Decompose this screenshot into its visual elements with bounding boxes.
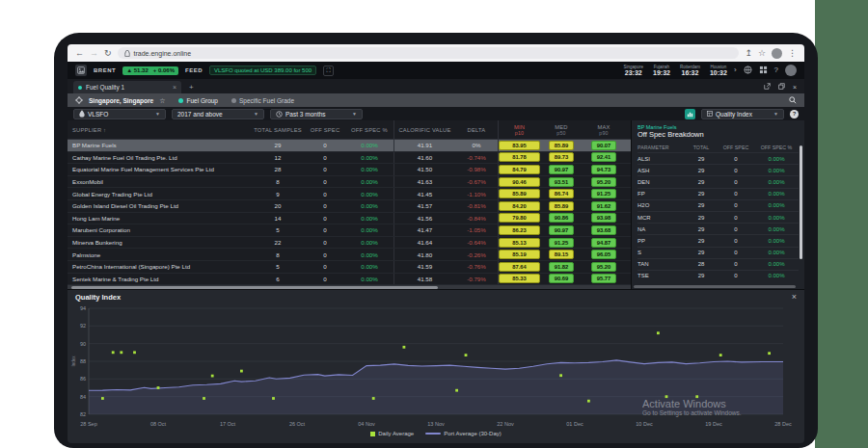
breakdown-row[interactable]: FP2900.00% [637,188,799,199]
tab-fuel-quality-1[interactable]: Fuel Quality 1 × [73,81,181,93]
breakdown-row[interactable]: H2O2900.00% [637,199,799,211]
radio-specific-fuel-grade[interactable]: Specific Fuel Grade [231,97,294,104]
globe-icon[interactable] [744,66,752,76]
browser-menu-icon[interactable]: ⋮ [788,49,797,58]
bd-header-total[interactable]: TOTAL [686,145,717,150]
breakdown-row[interactable]: MCR2900.00% [637,211,799,223]
delta-cell: -0.74% [455,154,498,161]
fuel-select[interactable]: VLSFO ▼ [73,109,166,119]
total-cell: 29 [686,215,717,221]
bd-header-off-spec[interactable]: OFF SPEC [717,145,755,150]
close-icon[interactable]: × [793,84,797,91]
tab-close-icon[interactable]: × [173,84,176,91]
breakdown-row[interactable]: NA2900.00% [637,223,799,234]
breakdown-row[interactable]: TAN2800.00% [637,258,799,270]
brent-ticker-badge[interactable]: ▲ 51.32 + 0.06% [122,66,178,75]
table-row[interactable]: Sentek Marine & Trading Pte Ltd600.00%41… [68,274,631,286]
table-row[interactable]: Marubeni Corporation500.00%41.47-1.05%86… [68,224,631,237]
feed-ticker-badge[interactable]: VLSFO quoted at USD 389.00 for 500 [209,66,316,75]
delta-cell: -0.76% [455,263,498,270]
parameter-cell: PP [637,238,686,244]
breakdown-row[interactable]: TSE2900.00% [637,270,799,281]
search-icon[interactable] [789,96,797,104]
panel-horizontal-scrollbar[interactable] [634,285,796,288]
bd-header-off-spec-pct[interactable]: OFF SPEC % [755,145,798,150]
breakdown-row[interactable]: DEN2900.00% [637,175,799,187]
chevron-right-icon[interactable]: › [734,66,737,74]
table-row[interactable]: BP Marine Fuels2900.00%41.910%83.9585.89… [68,140,631,152]
table-row[interactable]: PetroChina International (Singapore) Pte… [68,261,631,274]
info-help-icon[interactable]: ? [790,110,799,119]
tab-bar: Fuel Quality 1 × + × [68,79,804,93]
table-row[interactable]: ExxonMobil800.00%41.63-0.67%90.4693.5195… [68,176,631,189]
total-samples-cell: 14 [251,215,305,222]
period-select[interactable]: Past 3 months ▼ [270,109,363,119]
header-med-p50[interactable]: MEDp50 [540,124,583,136]
off-spec-pct-cell: 0.00% [345,166,393,172]
med-badge: 91.25 [549,238,574,248]
bd-header-parameter[interactable]: PARAMETER [637,145,686,150]
forward-icon[interactable]: → [90,49,98,58]
breakdown-row[interactable]: ALSI2900.00% [637,152,799,164]
table-row[interactable]: Minerva Bunkering2200.00%41.64-0.64%85.1… [68,237,631,250]
header-max-p90[interactable]: MAXp90 [583,124,625,136]
popout-icon[interactable] [764,83,771,91]
chart-toggle-icon[interactable] [685,109,695,119]
med-badge: 85.89 [549,141,574,150]
header-supplier[interactable]: SUPPLIER ↑ [68,127,251,133]
bookmark-star-icon[interactable]: ☆ [758,49,766,58]
app-logo-icon[interactable] [75,65,87,76]
apps-grid-icon[interactable] [759,66,768,76]
back-icon[interactable]: ← [75,49,84,58]
table-row[interactable]: Palmstone800.00%41.80-0.26%85.1989.1596.… [68,249,631,261]
calorific-value-cell: 41.58 [393,274,455,285]
legend-daily-average[interactable]: Daily Average [370,431,414,436]
panel-vertical-scrollbar[interactable] [800,145,802,259]
header-off-spec[interactable]: OFF SPEC [305,127,345,133]
calorific-value-cell: 41.64 [393,237,455,249]
med-cell: 90.97 [540,165,583,174]
off-spec-cell: 0 [305,215,345,222]
legend-port-average[interactable]: Port Average (30-Day) [425,431,502,436]
supplier-cell: Golden Island Diesel Oil Trading Pte Ltd [68,202,251,209]
max-cell: 92.41 [583,152,625,162]
header-min-p10[interactable]: MINp10 [498,120,540,139]
table-row[interactable]: Cathay Marine Fuel Oil Trading Pte. Ltd1… [68,152,631,165]
off-spec-cell: 0 [717,179,755,185]
table-row[interactable]: Equatorial Marine Fuel Management Servic… [68,164,631,176]
header-calorific[interactable]: CALORIFIC VALUE [393,120,455,139]
address-bar[interactable]: trade.engine.online [118,47,740,59]
delta-cell: -0.98% [455,166,498,172]
off-spec-cell: 0 [305,226,345,233]
new-tab-button[interactable]: + [189,84,194,93]
breakdown-row[interactable]: PP2900.00% [637,234,799,246]
location-label[interactable]: Singapore, Singapore [89,97,153,104]
table-row[interactable]: Golden Island Diesel Oil Trading Pte Ltd… [68,200,631,213]
breakdown-row[interactable]: ASH2900.00% [637,164,799,175]
total-cell: 29 [686,202,717,208]
share-icon[interactable]: ↥ [745,49,752,58]
year-select[interactable]: 2017 and above ▼ [172,109,264,119]
metric-select[interactable]: Quality Index ▼ [701,109,784,119]
off-spec-cell: 0 [717,273,755,278]
screen: ← → ↻ trade.engine.online ↥ ☆ ⋮ BRENT [68,44,804,443]
header-off-spec-pct[interactable]: OFF SPEC % [345,127,393,133]
table-row[interactable]: Hong Lam Marine1400.00%41.56-0.84%79.809… [68,213,631,225]
off-spec-pct-cell: 0.00% [755,179,798,185]
feed-expand-icon[interactable]: ⛶ [323,66,334,76]
min-badge: 85.13 [499,238,540,248]
help-icon[interactable]: ? [774,66,778,74]
user-avatar[interactable] [785,65,797,76]
header-total-samples[interactable]: TOTAL SAMPLES [251,127,305,133]
duplicate-window-icon[interactable] [778,83,785,91]
radio-fuel-group[interactable]: Fuel Group [178,97,218,104]
off-spec-cell: 0 [305,154,345,161]
chart-close-icon[interactable]: × [792,293,797,302]
breakdown-row[interactable]: S2900.00% [637,247,799,258]
table-row[interactable]: Global Energy Trading Pte Ltd900.00%41.4… [68,188,631,200]
reload-icon[interactable]: ↻ [104,49,112,58]
browser-profile-avatar[interactable] [772,48,782,59]
favorite-star-icon[interactable]: ☆ [159,97,165,104]
total-samples-cell: 5 [251,263,305,270]
header-delta[interactable]: DELTA [455,127,498,133]
